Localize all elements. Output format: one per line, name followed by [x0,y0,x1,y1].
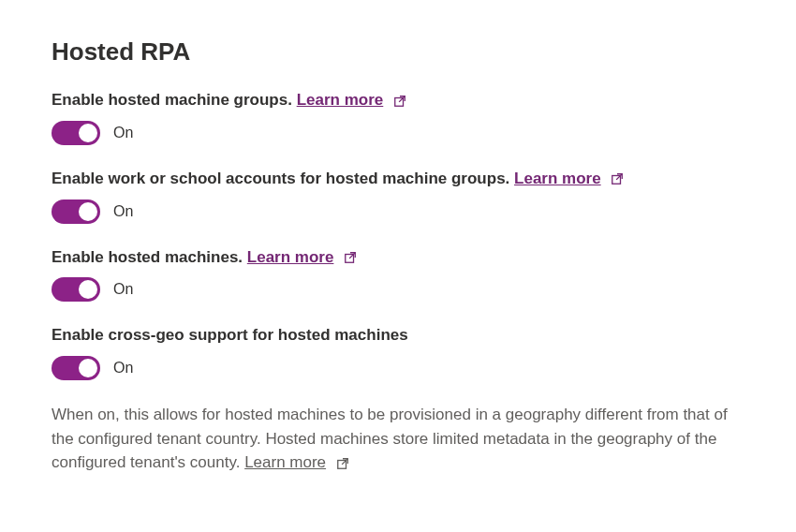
toggle-knob [79,280,97,299]
toggle-row: On [52,277,744,302]
setting-work-school-accounts: Enable work or school accounts for hoste… [52,168,744,224]
setting-hosted-machine-groups: Enable hosted machine groups. Learn more… [52,89,744,145]
section-title: Hosted RPA [52,37,744,66]
external-link-icon [611,172,624,185]
toggle-hosted-machine-groups[interactable] [52,121,100,145]
toggle-state-label: On [113,203,133,220]
toggle-work-school-accounts[interactable] [52,200,100,224]
toggle-cross-geo[interactable] [52,356,100,380]
learn-more-link[interactable]: Learn more [297,91,384,109]
external-link-icon [344,251,357,264]
learn-more-link[interactable]: Learn more [247,248,334,266]
setting-cross-geo: Enable cross-geo support for hosted mach… [52,324,744,380]
cross-geo-description: When on, this allows for hosted machines… [52,403,744,475]
external-link-icon [336,457,349,470]
toggle-knob [79,202,97,221]
learn-more-link[interactable]: Learn more [514,170,601,187]
toggle-state-label: On [113,125,133,141]
setting-hosted-machines: Enable hosted machines. Learn more On [52,246,744,303]
toggle-knob [79,124,97,142]
external-link-icon [393,95,406,108]
setting-label-row: Enable hosted machines. Learn more [52,246,744,269]
setting-label: Enable cross-geo support for hosted mach… [52,326,408,344]
toggle-row: On [52,121,744,145]
toggle-row: On [52,356,744,380]
setting-label: Enable hosted machines. [52,248,243,266]
learn-more-link[interactable]: Learn more [244,453,326,471]
toggle-state-label: On [113,281,133,298]
setting-label-row: Enable work or school accounts for hoste… [52,168,744,190]
toggle-row: On [52,200,744,224]
toggle-knob [79,359,97,377]
setting-label-row: Enable hosted machine groups. Learn more [52,89,744,111]
setting-label-row: Enable cross-geo support for hosted mach… [52,324,744,347]
setting-label: Enable work or school accounts for hoste… [52,170,509,187]
toggle-hosted-machines[interactable] [52,277,100,302]
description-body: When on, this allows for hosted machines… [52,406,728,471]
toggle-state-label: On [113,360,133,377]
setting-label: Enable hosted machine groups. [52,91,292,109]
